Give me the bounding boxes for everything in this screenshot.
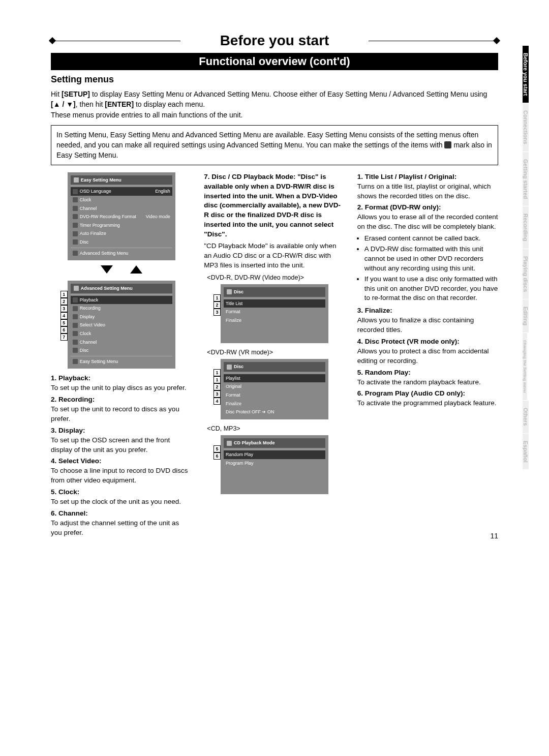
arrow-indicators xyxy=(51,265,192,277)
side-tab-others[interactable]: Others xyxy=(523,401,529,433)
col2-heading: 7. Disc / CD Playback Mode: "Disc" is av… xyxy=(204,172,345,239)
osd-row-label: Disc Protect OFF ➜ ON xyxy=(226,409,323,415)
column-2: 7. Disc / CD Playback Mode: "Disc" is av… xyxy=(204,172,345,540)
bullet-list: Erased content cannot be called back. A … xyxy=(357,234,498,303)
item-heading: 2. Recording: xyxy=(51,396,95,403)
osd-row-label: Clock xyxy=(80,197,170,203)
arrow-down-icon xyxy=(101,265,113,274)
intro-text: These menus provide entries to all main … xyxy=(51,111,242,119)
row-icon xyxy=(73,251,78,256)
intro-text: , then hit xyxy=(76,100,105,108)
row-icon xyxy=(73,189,78,194)
osd-row-label: Recording xyxy=(80,305,170,312)
row-icon xyxy=(73,306,78,311)
mode-label: <DVD-RW (VR mode)> xyxy=(207,348,345,357)
menu-icon xyxy=(74,177,79,183)
arrow-keys-label: [▲ / ▼] xyxy=(51,100,76,108)
row-icon xyxy=(73,223,78,228)
cd-playback-mode-menu: CD Playback Mode 5Random Play 6Program P… xyxy=(221,435,328,494)
side-tab-before-you-start[interactable]: Before you start xyxy=(523,46,529,103)
osd-row-label: Advanced Setting Menu xyxy=(80,250,170,257)
osd-header-label: Advanced Setting Menu xyxy=(81,285,133,292)
row-number: 1 xyxy=(214,294,221,301)
osd-header-label: Disc xyxy=(234,289,243,295)
enter-button-label: [ENTER] xyxy=(105,100,134,108)
row-number: 2 xyxy=(214,383,221,390)
page-number: 11 xyxy=(490,532,498,540)
side-tab-espanol[interactable]: Español xyxy=(523,434,529,470)
item-heading: 5. Random Play: xyxy=(357,369,411,376)
osd-row-label: Display xyxy=(80,314,170,320)
row-icon xyxy=(73,297,78,303)
row-icon xyxy=(73,359,78,364)
osd-row-label: Disc xyxy=(80,239,170,246)
arrow-up-icon xyxy=(130,265,142,274)
side-tab-editing[interactable]: Editing xyxy=(523,299,529,333)
row-number: 3 xyxy=(214,390,221,398)
row-number: 6 xyxy=(60,326,68,334)
osd-row-label: Title List xyxy=(226,300,323,307)
osd-row-label: Original xyxy=(226,383,323,390)
item-text: Allows you to finalize a disc containing… xyxy=(357,316,474,334)
row-icon xyxy=(73,314,78,319)
intro-paragraph: Hit [SETUP] to display Easy Setting Menu… xyxy=(51,89,498,120)
item-text: To set up the clock of the unit as you n… xyxy=(51,498,181,505)
item-text: To choose a line input to record to DVD … xyxy=(51,467,188,484)
side-tab-connections[interactable]: Connections xyxy=(523,103,529,152)
row-icon xyxy=(73,239,78,245)
side-tabs: Before you start Connections Getting sta… xyxy=(523,46,538,470)
osd-row-label: Disc xyxy=(80,347,170,354)
easy-setting-menu-osd: Easy Setting Menu OSD LanguageEnglish Cl… xyxy=(68,172,175,260)
item-text: Allows you to erase all of the recorded … xyxy=(357,213,498,230)
mode-label: <CD, MP3> xyxy=(207,425,345,434)
side-tab-recording[interactable]: Recording xyxy=(523,206,529,249)
row-icon xyxy=(73,340,78,345)
item-heading: 3. Display: xyxy=(51,427,85,434)
osd-header-label: Disc xyxy=(234,364,243,370)
row-icon xyxy=(73,197,78,202)
osd-row-label: OSD Language xyxy=(80,188,155,195)
osd-row-label: Playback xyxy=(80,297,170,304)
row-number: 4 xyxy=(214,398,221,405)
item-text: To adjust the channel setting of the uni… xyxy=(51,519,179,536)
side-tab-changing-setting-menu[interactable]: Changing the Setting menu xyxy=(523,333,527,401)
row-number: 5 xyxy=(214,445,221,452)
intro-text: Hit xyxy=(51,90,62,98)
disc-menu-video-mode: Disc 1Title List 2Format 3Finalize xyxy=(221,284,328,343)
osd-row-label: Channel xyxy=(80,339,170,346)
osd-row-label: Auto Finalize xyxy=(80,230,170,237)
side-tab-getting-started[interactable]: Getting started xyxy=(523,152,529,206)
osd-row-label: Program Play xyxy=(226,460,323,467)
row-number: 4 xyxy=(60,312,68,319)
osd-row-label: Format xyxy=(226,309,323,315)
row-icon xyxy=(73,348,78,353)
advanced-setting-menu-osd: Advanced Setting Menu 1Playback 2Recordi… xyxy=(68,281,175,369)
item-heading: 5. Clock: xyxy=(51,488,79,496)
osd-row-label: Finalize xyxy=(226,317,323,324)
item-heading: 6. Channel: xyxy=(51,509,88,517)
osd-row-label: Timer Programming xyxy=(80,222,170,229)
row-number: 1 xyxy=(214,369,221,376)
osd-row-label: Random Play xyxy=(226,451,323,458)
osd-header-label: Easy Setting Menu xyxy=(81,177,121,184)
section-heading: Setting menus xyxy=(51,74,498,85)
row-number: 5 xyxy=(60,319,68,326)
mark-icon xyxy=(444,141,451,148)
row-icon xyxy=(73,323,78,328)
item-text: To set up the unit to play discs as you … xyxy=(51,384,186,391)
osd-row-label: Channel xyxy=(80,205,170,212)
side-tab-playing-discs[interactable]: Playing discs xyxy=(523,249,529,299)
osd-header-label: CD Playback Mode xyxy=(234,440,275,446)
row-icon xyxy=(73,214,78,219)
row-number: 2 xyxy=(214,301,221,309)
osd-row-label: Clock xyxy=(80,330,170,337)
subtitle-bar: Functional overview (cont'd) xyxy=(51,53,498,70)
column-1: Easy Setting Menu OSD LanguageEnglish Cl… xyxy=(51,172,192,540)
item-heading: 1. Title List / Playlist / Original: xyxy=(357,173,457,180)
item-heading: 2. Format (DVD-RW only): xyxy=(357,203,441,211)
bullet-item: Erased content cannot be called back. xyxy=(364,234,498,244)
row-number: 1 xyxy=(60,291,68,298)
info-box: In Setting Menu, Easy Setting Menu and A… xyxy=(51,125,498,165)
item-text: To activate the random playback feature. xyxy=(357,378,481,386)
osd-row-label: Easy Setting Menu xyxy=(80,358,170,365)
